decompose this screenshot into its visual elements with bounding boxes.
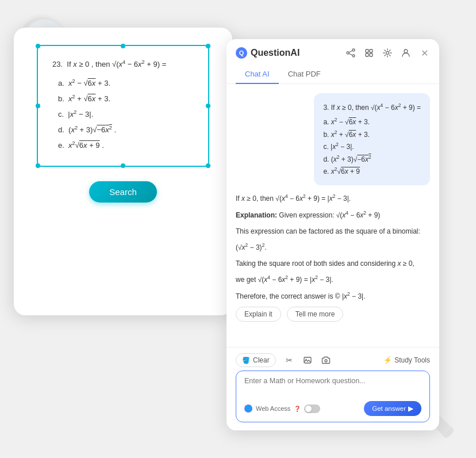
header-icons: ✕ xyxy=(345,47,430,59)
web-access-toggle: 🌐 Web Access ❓ xyxy=(244,404,320,413)
bubble-option-e: e. x2√6x + 9 xyxy=(323,165,421,177)
svg-rect-11 xyxy=(304,357,311,363)
app-name: QuestionAI xyxy=(251,48,300,58)
web-access-toggle-switch[interactable] xyxy=(304,404,320,413)
answer-square-root-text: Taking the square root of both sides and… xyxy=(236,258,430,270)
svg-point-1 xyxy=(347,52,349,54)
answer-therefore: Therefore, the correct answer is © |x2 −… xyxy=(236,290,430,303)
input-bottom-row: 🌐 Web Access ❓ Get answer ▶ xyxy=(244,401,421,416)
chat-header: Q QuestionAI xyxy=(227,39,439,84)
expand-icon[interactable] xyxy=(363,47,375,59)
camera-icon[interactable] xyxy=(321,355,331,365)
chat-tabs: Chat AI Chat PDF xyxy=(236,64,430,83)
explain-it-pill[interactable]: Explain it xyxy=(236,307,281,322)
question-bubble: 3. If x ≥ 0, then √(x4 − 6x2 + 9) = a. x… xyxy=(314,93,430,185)
handle-tr xyxy=(206,44,210,48)
answer-result: If x ≥ 0, then √(x4 − 6x2 + 9) = |x2 − 3… xyxy=(236,192,430,205)
question-content: 23. If x ≥ 0 , then √(x4 − 6x2 + 9) = a.… xyxy=(52,58,194,153)
option-b: b. x2 + √6x + 3. xyxy=(58,92,194,106)
chat-header-top: Q QuestionAI xyxy=(236,47,430,59)
handle-bl xyxy=(36,163,40,168)
get-answer-label: Get answer xyxy=(372,405,406,412)
clear-button[interactable]: 🪣 Clear xyxy=(236,353,276,367)
svg-line-4 xyxy=(349,54,352,55)
answer-section: If x ≥ 0, then √(x4 − 6x2 + 9) = |x2 − 3… xyxy=(236,192,430,321)
svg-line-3 xyxy=(349,51,352,52)
image-icon[interactable] xyxy=(302,355,313,365)
answer-explanation-label: Explanation: Given expression: √(x4 − 6x… xyxy=(236,209,430,222)
answer-options-list: a. x2 − √6x + 3. b. x2 + √6x + 3. c. |x2… xyxy=(52,77,194,153)
tell-me-more-pill[interactable]: Tell me more xyxy=(287,307,344,322)
tab-chat-pdf[interactable]: Chat PDF xyxy=(279,65,330,84)
question-title: 23. If x ≥ 0 , then √(x4 − 6x2 + 9) = xyxy=(52,58,194,72)
bubble-option-d: d. (x2 + 3)√−6x2 xyxy=(323,153,421,165)
clear-icon: 🪣 xyxy=(242,357,250,364)
option-c: c. |x2 − 3|. xyxy=(58,108,194,122)
svg-rect-6 xyxy=(370,49,373,52)
svg-point-13 xyxy=(325,360,327,362)
close-icon[interactable]: ✕ xyxy=(419,47,430,59)
chat-toolbar: 🪣 Clear ✂ xyxy=(227,347,439,371)
svg-rect-5 xyxy=(366,49,368,52)
study-tools-button[interactable]: ⚡ Study Tools xyxy=(383,356,430,364)
option-d: d. (x2 + 3)√−6x2 . xyxy=(58,123,194,138)
svg-point-2 xyxy=(352,55,355,57)
handle-ml xyxy=(36,104,40,108)
web-access-question-icon: ❓ xyxy=(294,406,301,412)
answer-factoring: This expression can be factored as the s… xyxy=(236,226,430,238)
bubble-question-header: 3. If x ≥ 0, then √(x4 − 6x2 + 9) = xyxy=(323,101,421,113)
svg-point-9 xyxy=(386,52,389,55)
handle-bm xyxy=(121,163,125,168)
chat-body: 3. If x ≥ 0, then √(x4 − 6x2 + 9) = a. x… xyxy=(227,84,439,347)
input-box: 🌐 Web Access ❓ Get answer ▶ xyxy=(236,371,430,422)
study-tools-icon: ⚡ xyxy=(383,356,392,364)
svg-rect-7 xyxy=(366,54,368,56)
share-icon[interactable] xyxy=(345,47,356,59)
handle-tl xyxy=(36,44,40,48)
option-e: e. x2√6x + 9 . xyxy=(58,139,194,153)
option-a: a. x2 − √6x + 3. xyxy=(58,77,194,91)
web-access-icon: 🌐 xyxy=(244,404,252,413)
bubble-option-c: c. |x2 − 3|. xyxy=(323,140,421,152)
svg-rect-8 xyxy=(370,54,373,56)
get-answer-button[interactable]: Get answer ▶ xyxy=(364,401,421,416)
left-panel: 23. If x ≥ 0 , then √(x4 − 6x2 + 9) = a.… xyxy=(14,28,232,315)
bubble-option-a: a. x2 − √6x + 3. xyxy=(323,116,421,128)
tab-chat-ai[interactable]: Chat AI xyxy=(236,65,279,84)
bubble-option-b: b. x2 + √6x + 3. xyxy=(323,128,421,140)
action-pills: Explain it Tell me more xyxy=(236,307,430,322)
web-access-label: Web Access xyxy=(256,405,290,412)
handle-br xyxy=(206,163,210,168)
question-box: 23. If x ≥ 0 , then √(x4 − 6x2 + 9) = a.… xyxy=(37,45,209,167)
answer-we-get: we get √(x4 − 6x2 + 9) = |x2 − 3|. xyxy=(236,273,430,287)
answer-factored-form: (√x2 − 3)2. xyxy=(236,241,430,254)
scissors-icon[interactable]: ✂ xyxy=(284,355,294,365)
handle-mr xyxy=(206,104,210,108)
right-panel: Q QuestionAI xyxy=(227,39,439,430)
clear-label: Clear xyxy=(253,356,270,364)
study-tools-label: Study Tools xyxy=(394,356,430,364)
main-container: 23. If x ≥ 0 , then √(x4 − 6x2 + 9) = a.… xyxy=(14,28,462,430)
svg-point-10 xyxy=(404,49,408,53)
app-logo: Q QuestionAI xyxy=(236,47,300,59)
user-icon[interactable] xyxy=(400,47,412,59)
chat-input-area: 🌐 Web Access ❓ Get answer ▶ xyxy=(227,371,439,430)
question-input[interactable] xyxy=(244,377,421,395)
handle-tm xyxy=(121,44,125,48)
logo-icon: Q xyxy=(236,47,247,59)
toggle-knob xyxy=(305,406,312,412)
search-button[interactable]: Search xyxy=(89,181,157,203)
svg-point-0 xyxy=(352,49,355,51)
toolbar-left: 🪣 Clear ✂ xyxy=(236,353,331,367)
get-answer-arrow: ▶ xyxy=(408,404,413,413)
settings-icon[interactable] xyxy=(382,47,393,59)
